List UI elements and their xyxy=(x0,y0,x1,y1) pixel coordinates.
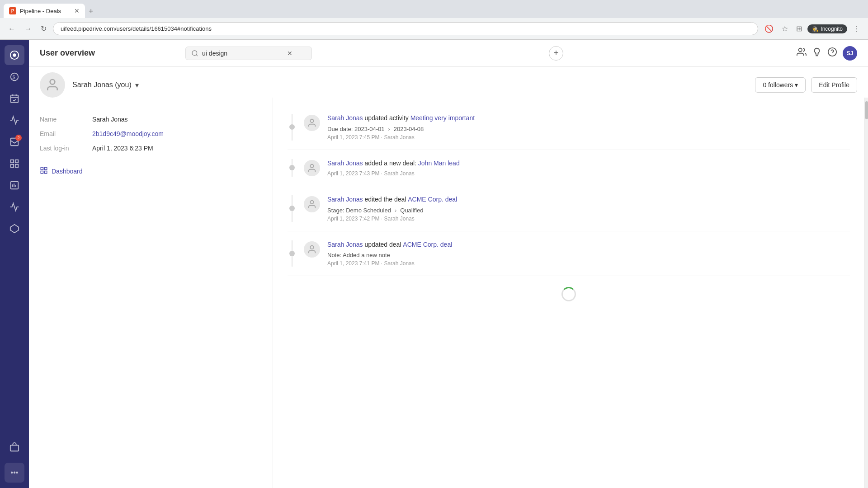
timeline-line-top xyxy=(292,195,292,206)
detail-arrow: › xyxy=(395,207,396,214)
sidebar-item-home[interactable] xyxy=(5,45,24,65)
forward-button[interactable]: → xyxy=(22,23,34,35)
svg-rect-8 xyxy=(11,164,14,167)
activity-user-link[interactable]: Sarah Jonas xyxy=(327,241,363,248)
svg-text:$: $ xyxy=(12,75,15,80)
lastlogin-value: April 1, 2023 6:23 PM xyxy=(92,145,153,152)
tab-bar: P Pipeline - Deals ✕ + xyxy=(0,0,868,18)
edit-profile-button[interactable]: Edit Profile xyxy=(811,77,857,93)
meta-row-email: Email 2b1d9c49@moodjoy.com xyxy=(40,130,262,137)
svg-point-24 xyxy=(310,164,313,167)
left-panel: Name Sarah Jonas Email 2b1d9c49@moodjoy.… xyxy=(29,98,273,488)
user-dropdown-button[interactable]: ▾ xyxy=(135,81,139,89)
toolbar-icons: 🚫 ☆ ⊞ 🕵 Incognito ⋮ xyxy=(762,23,863,35)
activity-action: added a new deal: xyxy=(365,160,418,167)
svg-line-14 xyxy=(196,55,198,56)
timeline-dot xyxy=(289,124,295,130)
bookmark-button[interactable]: ☆ xyxy=(779,23,791,35)
tab-close-button[interactable]: ✕ xyxy=(74,7,80,14)
dashboard-link[interactable]: Dashboard xyxy=(40,166,262,176)
svg-point-13 xyxy=(192,51,197,56)
top-bar: User overview ✕ + SJ xyxy=(29,40,868,67)
search-icon xyxy=(191,50,198,57)
activity-target-link[interactable]: Meeting very important xyxy=(410,114,475,122)
email-value[interactable]: 2b1d9c49@moodjoy.com xyxy=(92,130,164,137)
user-avatar-button[interactable]: SJ xyxy=(843,46,857,61)
sidebar-item-leads[interactable] xyxy=(5,154,24,174)
activity-item: Sarah Jonas added a new deal: John Man l… xyxy=(288,150,850,187)
timeline-line-bottom xyxy=(292,170,292,177)
sidebar-item-reports[interactable] xyxy=(5,175,24,195)
meta-row-lastlogin: Last log-in April 1, 2023 6:23 PM xyxy=(40,145,262,152)
timeline-line-top xyxy=(292,159,292,165)
contacts-icon[interactable] xyxy=(797,47,807,59)
activity-user-link[interactable]: Sarah Jonas xyxy=(327,196,363,203)
reload-button[interactable]: ↻ xyxy=(38,23,49,35)
activity-title: Sarah Jonas updated activity Meeting ver… xyxy=(327,114,850,123)
activity-user-link[interactable]: Sarah Jonas xyxy=(327,114,363,122)
activity-target-link[interactable]: John Man lead xyxy=(418,160,460,167)
sidebar-item-inbox[interactable]: 2 xyxy=(5,132,24,152)
incognito-icon: 🕵 xyxy=(812,26,819,32)
search-input[interactable] xyxy=(202,50,283,57)
sidebar-item-marketplace[interactable] xyxy=(5,437,24,457)
more-options-button[interactable]: ⋮ xyxy=(850,23,863,35)
sidebar-item-products[interactable] xyxy=(5,219,24,239)
activity-detail: Due date: 2023-04-01 › 2023-04-08 xyxy=(327,126,850,132)
camera-off-button[interactable]: 🚫 xyxy=(762,23,776,35)
svg-rect-21 xyxy=(41,171,43,174)
activity-action: edited the deal xyxy=(365,196,408,203)
activity-user-avatar xyxy=(304,241,320,258)
activity-timestamp: April 1, 2023 7:41 PM · Sarah Jonas xyxy=(327,260,415,267)
activity-content: Sarah Jonas added a new deal: John Man l… xyxy=(327,159,850,177)
top-bar-right: SJ xyxy=(797,46,857,61)
sidebar-item-deals[interactable]: $ xyxy=(5,67,24,87)
sidebar-more-button[interactable]: ••• xyxy=(5,463,24,483)
followers-button[interactable]: 0 followers ▾ xyxy=(755,77,806,93)
activity-feed: Sarah Jonas updated activity Meeting ver… xyxy=(273,98,864,319)
activity-content: Sarah Jonas updated deal ACME Corp. deal… xyxy=(327,240,850,267)
back-button[interactable]: ← xyxy=(5,23,18,35)
scroll-thumb xyxy=(865,101,868,119)
main-content: User overview ✕ + SJ xyxy=(29,40,868,488)
search-bar[interactable]: ✕ xyxy=(185,47,312,60)
activity-user-link[interactable]: Sarah Jonas xyxy=(327,160,363,167)
lightbulb-icon[interactable] xyxy=(812,47,822,59)
activity-user-avatar xyxy=(304,196,320,212)
activity-target-link[interactable]: ACME Corp. deal xyxy=(403,241,452,248)
add-button[interactable]: + xyxy=(549,46,563,61)
more-dots-icon: ••• xyxy=(11,469,19,477)
detail-value: 2023-04-08 xyxy=(394,126,424,132)
svg-rect-6 xyxy=(11,160,14,163)
activity-content: Sarah Jonas edited the deal ACME Corp. d… xyxy=(327,195,850,222)
svg-point-18 xyxy=(50,80,55,84)
extension-button[interactable]: ⊞ xyxy=(793,23,805,35)
browser-toolbar: ← → ↻ 🚫 ☆ ⊞ 🕵 Incognito ⋮ xyxy=(0,18,868,40)
activity-timestamp: April 1, 2023 7:43 PM · Sarah Jonas xyxy=(327,170,415,177)
sidebar-item-insights[interactable] xyxy=(5,197,24,217)
activity-title: Sarah Jonas updated deal ACME Corp. deal xyxy=(327,240,850,249)
activity-content: Sarah Jonas updated activity Meeting ver… xyxy=(327,114,850,141)
activity-title: Sarah Jonas added a new deal: John Man l… xyxy=(327,159,850,168)
svg-rect-9 xyxy=(15,164,18,167)
app-container: $ 2 ••• Use xyxy=(0,40,868,488)
address-bar[interactable] xyxy=(53,22,758,35)
help-icon[interactable] xyxy=(827,47,837,59)
activity-title: Sarah Jonas edited the deal ACME Corp. d… xyxy=(327,195,850,204)
right-panel[interactable]: Sarah Jonas updated activity Meeting ver… xyxy=(273,98,864,488)
sidebar-item-campaigns[interactable] xyxy=(5,110,24,130)
scroll-indicator[interactable] xyxy=(864,98,868,488)
timeline-line-bottom xyxy=(292,130,292,140)
detail-value: Qualified xyxy=(400,207,423,214)
activity-target-link[interactable]: ACME Corp. deal xyxy=(408,196,457,203)
activity-meta: April 1, 2023 7:45 PM · Sarah Jonas xyxy=(327,134,850,141)
lastlogin-label: Last log-in xyxy=(40,145,85,152)
dashboard-icon xyxy=(40,166,48,176)
active-tab[interactable]: P Pipeline - Deals ✕ xyxy=(4,4,85,18)
new-tab-button[interactable]: + xyxy=(85,5,97,18)
profile-bar: Sarah Jonas (you) ▾ 0 followers ▾ Edit P… xyxy=(29,67,868,98)
activity-item: Sarah Jonas updated deal ACME Corp. deal… xyxy=(288,231,850,277)
sidebar-item-activities[interactable] xyxy=(5,89,24,108)
search-clear-button[interactable]: ✕ xyxy=(287,50,292,57)
tab-title: Pipeline - Deals xyxy=(20,8,71,14)
